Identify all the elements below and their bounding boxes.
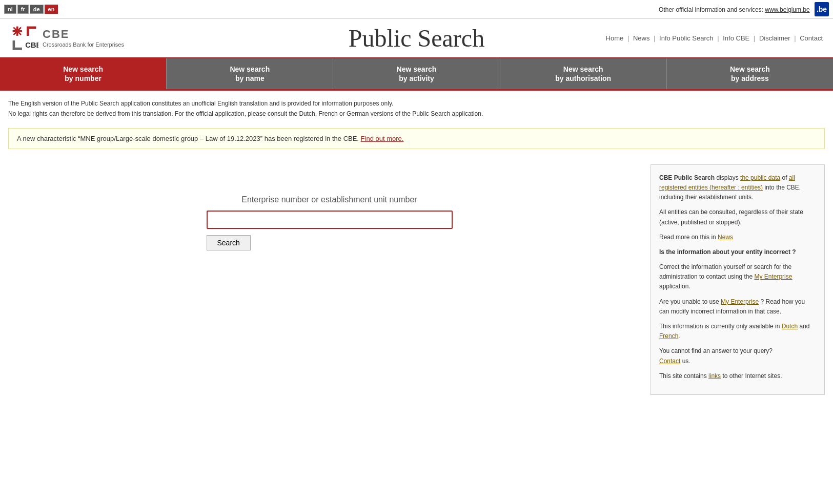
info-section2-title: Is the information about your entity inc… bbox=[659, 247, 816, 257]
lang-de[interactable]: de bbox=[30, 5, 44, 14]
tab-search-by-authorisation[interactable]: New searchby authorisation bbox=[500, 58, 667, 89]
logo-area: CBE CBE Crossroads Bank for Enterprises bbox=[10, 24, 124, 52]
header: CBE CBE Crossroads Bank for Enterprises … bbox=[0, 19, 833, 58]
be-logo: .be bbox=[815, 2, 829, 16]
info-section4: This site contains links to other Intern… bbox=[659, 371, 816, 381]
tab-search-by-address[interactable]: New searchby address bbox=[667, 58, 833, 89]
info-para2: All entities can be consulted, regardles… bbox=[659, 207, 816, 227]
lang-en[interactable]: en bbox=[45, 5, 58, 14]
official-text: Other official information and services: bbox=[659, 6, 763, 13]
info-section2-text1: Correct the information yourself or sear… bbox=[659, 262, 816, 292]
notice-find-out-more-link[interactable]: Find out more. bbox=[361, 135, 404, 142]
belgium-link[interactable]: www.belgium.be bbox=[765, 6, 809, 13]
nav-disclaimer[interactable]: Disclaimer bbox=[759, 34, 790, 42]
links-link[interactable]: links bbox=[708, 372, 721, 380]
main-content: Enterprise number or establishment unit … bbox=[0, 154, 833, 405]
info-section2-text2: Are you unable to use My Enterprise ? Re… bbox=[659, 297, 816, 317]
language-switcher: nl fr de en bbox=[4, 5, 58, 14]
nav-contact[interactable]: Contact bbox=[800, 34, 823, 42]
info-section2-text3: This information is currently only avail… bbox=[659, 322, 816, 341]
be-dot-label: .be bbox=[815, 2, 829, 16]
notice-banner: A new characteristic “MNE group/Large-sc… bbox=[8, 128, 825, 149]
logo-tagline: Crossroads Bank for Enterprises bbox=[43, 41, 124, 48]
search-input[interactable] bbox=[207, 211, 453, 229]
page-title: Public Search bbox=[349, 24, 484, 52]
dutch-link[interactable]: Dutch bbox=[782, 323, 798, 330]
search-button[interactable]: Search bbox=[207, 235, 251, 250]
disclaimer-line2: No legal rights can therefore be derived… bbox=[8, 109, 825, 119]
tab-search-by-name[interactable]: New searchby name bbox=[167, 58, 333, 89]
search-area: Enterprise number or establishment unit … bbox=[8, 164, 651, 271]
search-label: Enterprise number or establishment unit … bbox=[241, 195, 417, 204]
tab-search-by-activity[interactable]: New searchby activity bbox=[333, 58, 500, 89]
header-nav: Home | News | Info Public Search | Info … bbox=[606, 34, 823, 42]
cbe-abbreviation: CBE bbox=[43, 28, 124, 41]
nav-news[interactable]: News bbox=[633, 34, 650, 42]
notice-text: A new characteristic “MNE group/Large-sc… bbox=[17, 135, 359, 142]
svg-text:CBE: CBE bbox=[25, 41, 38, 49]
info-para3: Read more on this in News bbox=[659, 233, 816, 242]
info-title: CBE Public Search bbox=[659, 174, 715, 181]
logo-text-area: CBE Crossroads Bank for Enterprises bbox=[43, 28, 124, 48]
tab-search-by-number[interactable]: New searchby number bbox=[0, 58, 167, 89]
lang-fr[interactable]: fr bbox=[17, 5, 29, 14]
contact-link[interactable]: Contact bbox=[659, 358, 680, 365]
info-panel: CBE Public Search displays the public da… bbox=[651, 164, 825, 395]
nav-info-cbe[interactable]: Info CBE bbox=[723, 34, 749, 42]
public-data-link[interactable]: the public data bbox=[740, 174, 780, 181]
info-para1: CBE Public Search displays the public da… bbox=[659, 173, 816, 203]
cbe-logo-icon: CBE bbox=[10, 24, 38, 52]
nav-info-public-search[interactable]: Info Public Search bbox=[659, 34, 714, 42]
disclaimer-line1: The English version of the Public Search… bbox=[8, 99, 825, 109]
info-section3: You cannot find an answer to your query?… bbox=[659, 346, 816, 366]
disclaimer-text: The English version of the Public Search… bbox=[0, 91, 833, 122]
french-link[interactable]: French bbox=[659, 332, 678, 340]
news-link[interactable]: News bbox=[718, 234, 733, 241]
my-enterprise-link1[interactable]: My Enterprise bbox=[754, 273, 792, 280]
official-link-area: Other official information and services:… bbox=[659, 2, 829, 16]
nav-home[interactable]: Home bbox=[606, 34, 624, 42]
my-enterprise-link2[interactable]: My Enterprise bbox=[721, 298, 759, 305]
nav-tabs: New searchby number New searchby name Ne… bbox=[0, 58, 833, 91]
lang-nl[interactable]: nl bbox=[4, 5, 16, 14]
top-bar: nl fr de en Other official information a… bbox=[0, 0, 833, 19]
